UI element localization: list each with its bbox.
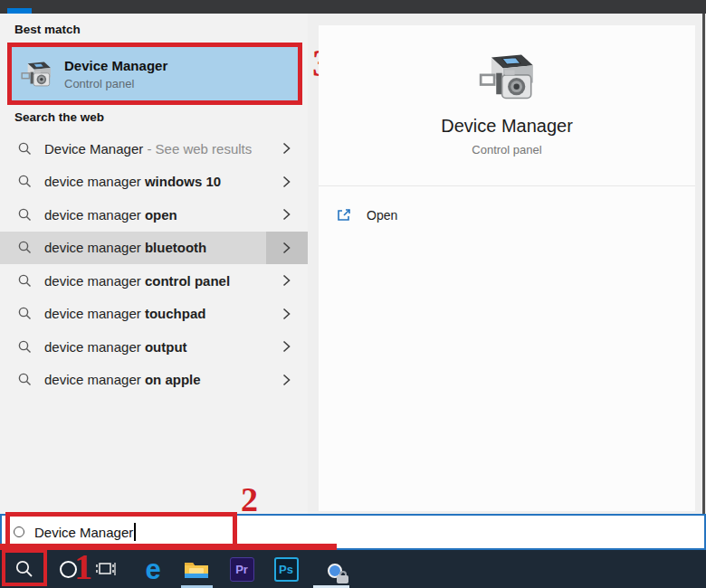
best-match-header: Best match (14, 23, 81, 36)
task-view-icon (95, 559, 117, 579)
suggestion-row[interactable]: device manager open (0, 198, 308, 231)
best-match-title: Device Manager (64, 58, 167, 73)
photoshop-button[interactable]: Ps (269, 550, 303, 588)
suggestion-text: Device Manager (44, 141, 143, 156)
taskbar: e Pr Ps (0, 550, 706, 588)
annotation-step-1: 1 (74, 545, 92, 588)
preview-subtitle: Control panel (319, 143, 695, 156)
suggestion-row[interactable]: device manager windows 10 (0, 166, 308, 198)
premiere-pro-button[interactable]: Pr (224, 550, 259, 588)
preview-card: Device Manager Control panel Open (319, 25, 695, 511)
suggestion-suffix: control panel (145, 273, 230, 289)
chevron-right-icon[interactable] (281, 340, 291, 354)
search-icon (18, 175, 32, 188)
suggestion-suffix: open (145, 207, 177, 223)
search-icon (18, 241, 32, 254)
suggestion-suffix: touchpad (145, 306, 206, 321)
chevron-right-icon[interactable] (281, 142, 291, 156)
task-view-button[interactable] (91, 550, 121, 588)
suggestion-suffix: - See web results (143, 141, 252, 156)
chevron-right-icon[interactable] (281, 175, 291, 188)
annotation-box-2 (5, 512, 237, 548)
suggestion-row[interactable]: device manager output (0, 330, 308, 363)
search-icon (18, 142, 32, 156)
suggestion-row[interactable]: device manager on apple (0, 364, 308, 396)
suggestion-text: device manager (44, 273, 145, 289)
chrome-button[interactable] (315, 550, 351, 588)
search-icon (18, 340, 32, 354)
window-top-bar (0, 0, 706, 14)
premiere-pro-icon: Pr (230, 557, 254, 582)
running-indicator-chrome (313, 585, 349, 588)
search-icon (18, 274, 32, 288)
suggestion-suffix: on apple (145, 372, 201, 387)
file-explorer-icon (184, 559, 209, 580)
chevron-right-icon[interactable] (281, 373, 291, 386)
window-right-border (702, 14, 705, 534)
suggestion-text: device manager (44, 174, 145, 189)
photoshop-icon: Ps (274, 557, 299, 582)
annotation-box-1 (2, 549, 47, 586)
search-icon (18, 208, 32, 222)
best-match-result[interactable]: Device Manager Control panel (7, 43, 302, 105)
open-label: Open (367, 208, 397, 223)
device-manager-icon-large (479, 51, 535, 103)
search-icon (18, 307, 32, 320)
best-match-subtitle: Control panel (64, 77, 167, 90)
chevron-right-icon[interactable] (281, 307, 291, 320)
open-action[interactable]: Open (337, 202, 397, 229)
suggestion-suffix: windows 10 (145, 174, 221, 189)
suggestion-text: device manager (44, 207, 145, 223)
suggestion-text: device manager (44, 339, 145, 355)
open-in-new-icon (337, 208, 352, 223)
suggestion-suffix: output (145, 339, 187, 355)
suggestion-suffix: bluetooth (145, 240, 206, 255)
search-the-web-header: Search the web (14, 110, 104, 124)
chevron-right-icon[interactable] (281, 241, 291, 254)
suggestion-row-highlighted[interactable]: device manager bluetooth (0, 232, 308, 264)
chevron-right-icon[interactable] (281, 208, 291, 222)
suggestion-text: device manager (44, 306, 145, 321)
chrome-icon (320, 556, 346, 582)
edge-button[interactable]: e (136, 550, 170, 588)
search-icon (18, 373, 32, 386)
suggestion-row[interactable]: device manager touchpad (0, 298, 308, 330)
suggestion-row[interactable]: Device Manager - See web results (0, 132, 308, 165)
suggestion-row[interactable]: device manager control panel (0, 264, 308, 297)
suggestion-text: device manager (44, 372, 145, 387)
device-manager-icon (21, 60, 52, 89)
lock-icon (337, 571, 348, 583)
preview-title: Device Manager (319, 116, 695, 137)
running-indicator-explorer (181, 585, 213, 588)
annotation-step-2: 2 (241, 479, 258, 519)
suggestion-text: device manager (44, 240, 145, 255)
edge-icon: e (145, 555, 160, 583)
chevron-right-icon[interactable] (281, 274, 291, 288)
file-explorer-button[interactable] (179, 550, 214, 588)
divider (319, 185, 695, 186)
